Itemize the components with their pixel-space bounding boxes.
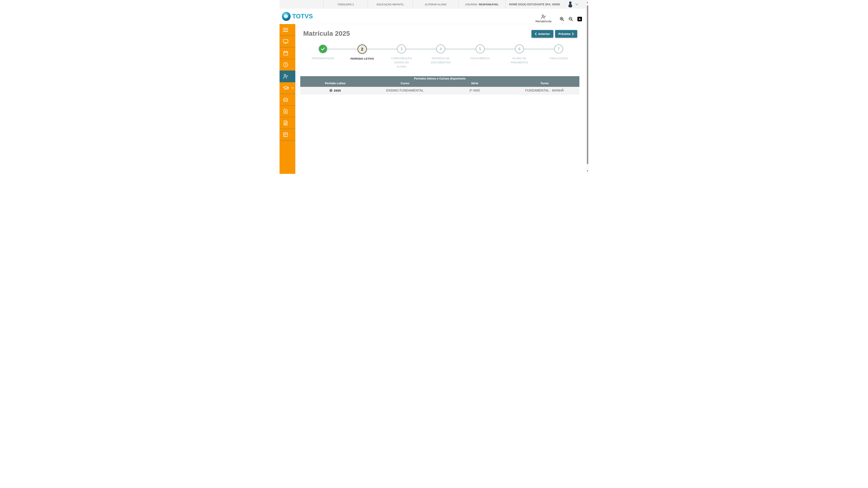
period-radio-selected[interactable] bbox=[330, 89, 332, 92]
step-2-periodo-letivo[interactable]: 2 PERÍODO LETIVO bbox=[342, 44, 382, 69]
step-7-circle[interactable]: 7 bbox=[554, 44, 563, 54]
col-curso: Curso bbox=[370, 82, 440, 85]
topbar-spacer bbox=[280, 0, 323, 9]
totvs-logo-sphere-icon bbox=[282, 12, 290, 21]
sidebar-item-menu[interactable] bbox=[280, 24, 295, 36]
cell-serie: 2º ANO bbox=[440, 89, 510, 92]
menu-icon bbox=[283, 28, 288, 32]
wizard-nav-buttons: Anterior Próximo bbox=[531, 30, 577, 38]
report-icon bbox=[283, 120, 288, 126]
account-menu[interactable] bbox=[564, 0, 586, 9]
sidebar-item-panels[interactable] bbox=[280, 129, 295, 141]
chevron-down-icon bbox=[291, 87, 294, 89]
check-icon bbox=[321, 48, 325, 51]
scrollbar-thumb[interactable] bbox=[587, 5, 588, 164]
header-actions: Rematrícula A bbox=[535, 9, 582, 24]
scrollbar-down-arrow-icon[interactable] bbox=[587, 170, 588, 172]
table-header-row: Período Letivo Curso Série Turno bbox=[300, 80, 579, 87]
step-4-label: ENTREGA DE DOCUMENTOS bbox=[431, 56, 451, 65]
step-5-circle[interactable]: 5 bbox=[476, 44, 485, 54]
topbar-education-level: EDUCAÇÃO INFANTIL bbox=[368, 0, 413, 9]
chevron-down-icon[interactable] bbox=[575, 3, 579, 5]
sidebar-item-inbox[interactable] bbox=[280, 94, 295, 105]
step-1-circle[interactable] bbox=[318, 44, 328, 54]
sidebar-item-desktop[interactable] bbox=[280, 36, 295, 48]
chevron-right-icon bbox=[572, 33, 574, 35]
page-title: Matrícula 2025 bbox=[303, 30, 350, 37]
svg-text:$: $ bbox=[285, 110, 286, 113]
sidebar-item-academic[interactable] bbox=[280, 82, 295, 94]
app-header: TOTVS Rematrícula A bbox=[280, 9, 586, 24]
topbar-user: USUÁRIO: RESPONSÁVEL bbox=[459, 0, 505, 9]
periodo-letivo-value: 2025 bbox=[334, 89, 341, 92]
calendar-icon bbox=[283, 50, 288, 56]
step-4-circle[interactable]: 4 bbox=[436, 44, 445, 54]
invoice-icon: $ bbox=[283, 109, 288, 114]
enrollment-stepper: APRESENTAÇÃO 2 PERÍODO LETIVO 3 CONFIRMA… bbox=[303, 44, 579, 69]
sidebar-item-calendar[interactable] bbox=[280, 48, 295, 59]
sidebar-item-rematricula[interactable] bbox=[280, 71, 295, 82]
sidebar: $ bbox=[280, 24, 295, 174]
user-avatar-icon[interactable] bbox=[567, 1, 573, 7]
sidebar-item-schedule[interactable] bbox=[280, 59, 295, 71]
step-1-apresentacao[interactable]: APRESENTAÇÃO bbox=[303, 44, 342, 69]
table-title: Períodos letivos e Cursos disponíveis bbox=[300, 76, 579, 80]
step-5-ficha-medica[interactable]: 5 FICHA MÉDICA bbox=[460, 44, 500, 69]
zoom-in-icon[interactable] bbox=[560, 17, 564, 21]
app-window: TODDLERS 2 EDUCAÇÃO INFANTIL ALTERAR ALU… bbox=[280, 0, 588, 174]
step-3-confirmacao-dados[interactable]: 3 CONFIRMAÇÃO DADOS DO ALUNO bbox=[382, 44, 421, 69]
sidebar-filler bbox=[280, 141, 295, 174]
sidebar-item-financial[interactable]: $ bbox=[280, 105, 295, 117]
person-check-icon bbox=[283, 74, 288, 79]
main-content: Matrícula 2025 Anterior Próximo APRESENT… bbox=[295, 24, 586, 174]
step-5-label: FICHA MÉDICA bbox=[470, 56, 490, 61]
col-serie: Série bbox=[440, 82, 510, 85]
step-2-label: PERÍODO LETIVO bbox=[350, 57, 374, 61]
next-button-label: Próximo bbox=[558, 32, 570, 35]
zoom-out-icon[interactable] bbox=[568, 17, 573, 21]
layout-icon bbox=[283, 132, 288, 138]
topbar-student-name: NOME DO(A) ESTUDANTE (RA: 00000 bbox=[505, 0, 564, 9]
step-6-label: PLANO DE PAGAMENTO bbox=[511, 56, 528, 65]
contrast-icon[interactable]: A bbox=[578, 17, 582, 21]
step-6-plano-pagamento[interactable]: 6 PLANO DE PAGAMENTO bbox=[500, 44, 539, 69]
user-value: RESPONSÁVEL bbox=[479, 3, 499, 6]
previous-button[interactable]: Anterior bbox=[531, 30, 553, 38]
step-6-circle[interactable]: 6 bbox=[515, 44, 524, 54]
step-7-finalizacao[interactable]: 7 FINALIZAÇÃO bbox=[539, 44, 579, 69]
totvs-logo-text: TOTVS bbox=[292, 13, 313, 20]
sidebar-item-reports[interactable] bbox=[280, 117, 295, 129]
topbar-change-student-link[interactable]: ALTERAR ALUNO bbox=[413, 0, 459, 9]
person-check-icon bbox=[541, 14, 546, 19]
rematricula-button[interactable]: Rematrícula bbox=[535, 14, 551, 23]
step-7-label: FINALIZAÇÃO bbox=[550, 56, 568, 61]
col-turno: Turno bbox=[509, 82, 579, 85]
clock-icon bbox=[283, 62, 288, 67]
totvs-logo: TOTVS bbox=[282, 12, 313, 21]
inbox-icon bbox=[283, 97, 288, 102]
rematricula-label: Rematrícula bbox=[535, 20, 551, 23]
next-button[interactable]: Próximo bbox=[555, 30, 577, 38]
step-3-label: CONFIRMAÇÃO DADOS DO ALUNO bbox=[391, 56, 412, 69]
graduation-cap-icon bbox=[283, 85, 289, 91]
previous-button-label: Anterior bbox=[538, 32, 550, 35]
monitor-icon bbox=[283, 39, 288, 44]
step-4-entrega-documentos[interactable]: 4 ENTREGA DE DOCUMENTOS bbox=[421, 44, 460, 69]
step-1-label: APRESENTAÇÃO bbox=[312, 56, 334, 61]
table-row[interactable]: 2025 ENSINO FUNDAMENTAL 2º ANO FUNDAMENT… bbox=[300, 87, 579, 94]
cell-curso: ENSINO FUNDAMENTAL bbox=[370, 89, 440, 92]
col-periodo-letivo: Período Letivo bbox=[300, 82, 370, 85]
user-label: USUÁRIO: bbox=[465, 3, 478, 6]
step-2-circle[interactable]: 2 bbox=[358, 44, 367, 54]
chevron-left-icon bbox=[535, 33, 536, 35]
scrollbar-up-arrow-icon[interactable] bbox=[587, 2, 588, 3]
vertical-scrollbar[interactable] bbox=[586, 0, 588, 174]
step-3-circle[interactable]: 3 bbox=[397, 44, 406, 54]
cell-periodo-letivo: 2025 bbox=[300, 89, 370, 92]
cell-turno: FUNDAMENTAL - MANHÃ bbox=[509, 89, 579, 92]
top-context-bar: TODDLERS 2 EDUCAÇÃO INFANTIL ALTERAR ALU… bbox=[280, 0, 586, 9]
periods-courses-table: Períodos letivos e Cursos disponíveis Pe… bbox=[300, 76, 579, 94]
topbar-class-name: TODDLERS 2 bbox=[323, 0, 368, 9]
